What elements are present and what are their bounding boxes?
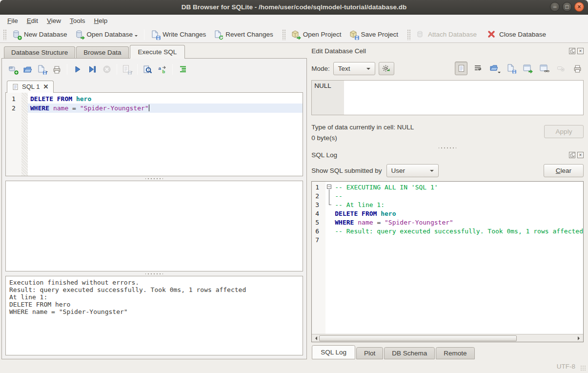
toolbar-separator [137,64,138,75]
new-sql-tab-button[interactable] [6,63,20,76]
print-sql-button[interactable] [50,63,63,76]
log-filter-combobox[interactable]: User [386,164,439,177]
tab-browse-data[interactable]: Browse Data [76,46,128,58]
tab-execute-sql[interactable]: Execute SQL [130,45,185,59]
log-line-numbers: 1234567 [312,182,325,334]
dock-tab-plot[interactable]: Plot [356,347,383,359]
text-mode-button[interactable] [455,62,467,75]
results-pane[interactable] [5,181,303,271]
copy-link-button[interactable] [538,62,550,75]
dock-close-icon[interactable]: × [577,48,584,54]
document-icon [458,64,465,72]
auto-format-button[interactable] [176,63,189,76]
new-database-button[interactable]: New Database [8,28,71,41]
save-file-icon [37,65,46,74]
import-dropdown-icon[interactable] [498,72,501,75]
clear-log-button[interactable]: Clear [544,164,584,177]
gear-arrow-icon [383,64,390,72]
execute-line-icon [88,65,96,73]
save-project-button[interactable]: Save Project [345,28,403,41]
print-cell-button[interactable] [571,62,584,75]
maximize-button[interactable]: □ [562,2,572,12]
execute-line-button[interactable] [85,63,99,76]
toolbar-separator [67,64,67,75]
save-project-icon [349,30,358,39]
sql-1-tab[interactable]: SQL 1 ✕ [7,81,54,93]
close-database-button[interactable]: Close Database [484,28,550,41]
encoding-indicator[interactable]: UTF-8 [557,363,575,370]
set-null-icon [557,64,565,72]
save-sql-file-button[interactable] [36,63,49,76]
print-icon [573,64,582,73]
cell-value-editor[interactable]: NULL [311,80,584,115]
main-toolbar: New Database Open Database Write Changes… [0,26,588,43]
cell-size-info: 0 byte(s) [311,133,584,144]
cell-type-info: Type of data currently in cell: NULL [311,122,584,133]
revert-changes-button[interactable]: Revert Changes [210,28,277,41]
left-panel: Database Structure Browse Data Execute S… [0,43,307,359]
sql-file-icon [12,83,19,90]
save-file-icon [507,64,515,73]
menu-file[interactable]: File [3,16,22,26]
open-database-button[interactable]: Open Database [71,28,142,41]
menu-help[interactable]: Help [90,16,112,26]
menu-view[interactable]: View [42,16,65,26]
open-project-button[interactable]: Open Project [287,28,345,41]
execution-status-box[interactable]: Execution finished without errors. Resul… [5,276,303,355]
word-wrap-icon [474,64,482,72]
open-in-external-app-button[interactable] [521,62,534,75]
splitter-handle[interactable] [5,271,303,276]
resize-grip[interactable] [580,365,587,372]
dock-float-icon[interactable] [569,152,575,158]
dock-close-icon[interactable]: × [577,152,584,158]
open-sql-file-button[interactable] [21,63,34,76]
export-cell-data-button[interactable] [505,62,517,75]
scrollbar-thumb[interactable] [319,335,517,341]
close-icon: × [577,4,581,10]
edit-cell-title: Edit Database Cell [311,47,366,55]
minimize-button[interactable]: – [550,2,560,12]
tab-database-structure[interactable]: Database Structure [4,46,75,58]
open-database-icon [75,30,84,39]
toolbar-drag-handle[interactable] [407,29,410,40]
auto-switch-mode-button[interactable] [379,62,394,75]
dock-tab-sql-log[interactable]: SQL Log [312,345,355,359]
dock-tabbar: SQL Log Plot DB Schema Remote [311,346,584,359]
execute-all-button[interactable] [71,63,84,76]
import-cell-data-button[interactable] [488,62,501,75]
menu-tools[interactable]: Tools [65,16,90,26]
dock-float-icon[interactable] [569,48,575,54]
stop-execution-button [100,63,113,76]
sql-tab-close-icon[interactable]: ✕ [43,83,48,90]
splitter-handle[interactable] [311,145,584,150]
sql-log-view[interactable]: 1234567 -- EXECUTING ALL IN 'SQL 1'---- … [311,181,584,342]
toolbar-drag-handle[interactable] [282,29,285,40]
splitter-handle[interactable] [5,176,303,181]
sql-code-editor[interactable]: 12 DELETE FROM heroWHERE name = "Spider-… [5,92,303,176]
menu-edit[interactable]: Edit [22,16,42,26]
scroll-left-icon[interactable] [312,335,319,342]
cell-edit-area[interactable] [344,81,583,115]
scroll-right-icon[interactable] [576,335,583,342]
mode-combobox[interactable]: Text [333,62,375,75]
write-changes-button[interactable]: Write Changes [147,28,210,41]
fold-collapse-icon[interactable] [327,185,331,189]
editor-code-area[interactable]: DELETE FROM heroWHERE name = "Spider-You… [28,93,303,176]
external-window-icon [523,64,532,73]
toolbar-separator [172,64,173,75]
close-button[interactable]: × [574,2,584,12]
log-code-area[interactable]: -- EXECUTING ALL IN 'SQL 1'---- At line … [334,182,583,334]
word-wrap-button[interactable] [471,62,484,75]
log-horizontal-scrollbar[interactable] [312,334,583,342]
attach-database-icon [416,30,425,39]
cell-editor-toolbar [455,62,584,75]
dock-tab-remote[interactable]: Remote [436,347,474,359]
toolbar-drag-handle[interactable] [3,29,6,40]
find-replace-button[interactable] [156,63,169,76]
open-database-dropdown-icon[interactable] [135,35,138,38]
find-button[interactable] [141,63,154,76]
cell-null-label: NULL [312,81,344,115]
titlebar[interactable]: DB Browser for SQLite - /home/user/code/… [0,0,588,15]
log-fold-margin[interactable] [325,182,334,334]
dock-tab-db-schema[interactable]: DB Schema [384,347,435,359]
